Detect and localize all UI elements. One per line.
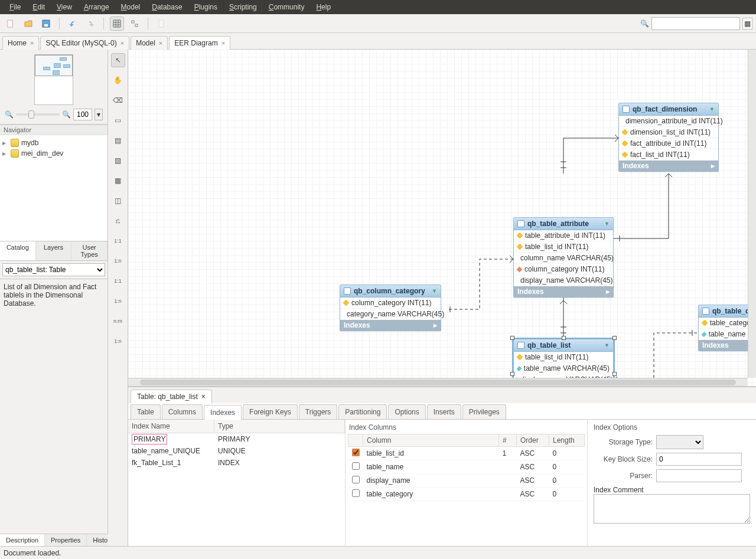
- er-indexes-bar[interactable]: Indexes▸: [514, 286, 613, 297]
- column-checkbox[interactable]: [352, 449, 360, 456]
- chevron-down-icon[interactable]: ▼: [432, 288, 437, 294]
- image-tool-icon[interactable]: ▧: [111, 153, 125, 168]
- catalog-db-item[interactable]: ▸mydb: [2, 138, 105, 148]
- catalog-tree[interactable]: ▸mydb▸mei_dim_dev: [0, 135, 107, 241]
- editor-subtab[interactable]: Privileges: [462, 404, 506, 419]
- menu-view[interactable]: View: [51, 1, 78, 14]
- er-table-qb_fact_dimension[interactable]: qb_fact_dimension▼dimension_attribute_id…: [618, 103, 719, 172]
- menu-help[interactable]: Help: [310, 1, 337, 14]
- resize-handle[interactable]: [612, 372, 617, 376]
- menu-plugins[interactable]: Plugins: [188, 1, 223, 14]
- editor-subtab[interactable]: Inserts: [427, 404, 461, 419]
- editor-subtab[interactable]: Columns: [162, 404, 203, 419]
- catalog-db-item[interactable]: ▸mei_dim_dev: [2, 148, 105, 159]
- menu-arrange[interactable]: Arrange: [78, 1, 115, 14]
- object-select[interactable]: qb_table_list: Table: [2, 263, 105, 276]
- page-icon[interactable]: [154, 17, 168, 31]
- close-icon[interactable]: ×: [221, 40, 225, 47]
- prop-tab-properties[interactable]: Properties: [45, 534, 87, 546]
- menu-scripting[interactable]: Scripting: [223, 1, 263, 14]
- rel-place-icon[interactable]: 1:n: [111, 334, 125, 348]
- parser-input[interactable]: [656, 469, 742, 482]
- editor-tab[interactable]: Table: qb_table_list×: [131, 390, 212, 403]
- menu-database[interactable]: Database: [146, 1, 188, 14]
- close-icon[interactable]: ×: [201, 393, 206, 401]
- close-icon[interactable]: ×: [120, 40, 124, 47]
- catalog-tab-layers[interactable]: Layers: [36, 241, 72, 260]
- editor-subtab[interactable]: Options: [388, 404, 425, 419]
- menu-file[interactable]: File: [4, 1, 27, 14]
- routine-tool-icon[interactable]: ⎌: [111, 214, 125, 228]
- hand-tool-icon[interactable]: ✋: [111, 73, 125, 87]
- editor-subtab[interactable]: Foreign Keys: [243, 404, 298, 419]
- save-icon[interactable]: [39, 17, 53, 31]
- er-table-header[interactable]: qb_table_attribute▼: [514, 218, 613, 230]
- open-file-icon[interactable]: [21, 17, 35, 31]
- er-table-qb_column_category[interactable]: qb_column_category▼column_category INT(1…: [340, 285, 441, 331]
- column-checkbox[interactable]: [352, 476, 360, 483]
- key-block-size-input[interactable]: [656, 453, 742, 466]
- rel-1-n-id-icon[interactable]: 1:n: [111, 294, 125, 308]
- search-input[interactable]: [651, 17, 740, 30]
- column-checkbox[interactable]: [352, 462, 360, 470]
- main-tab[interactable]: EER Diagram×: [169, 36, 230, 50]
- chevron-down-icon[interactable]: ▼: [604, 342, 610, 348]
- horizontal-scrollbar[interactable]: [128, 378, 748, 386]
- editor-subtab[interactable]: Table: [131, 404, 161, 419]
- resize-handle[interactable]: [510, 372, 514, 376]
- index-column-row[interactable]: table_categoryASC0: [348, 488, 585, 501]
- pointer-tool-icon[interactable]: ↖: [111, 53, 125, 67]
- er-indexes-bar[interactable]: Indexes▸: [340, 320, 441, 331]
- layer-tool-icon[interactable]: ▭: [111, 113, 125, 128]
- menu-community[interactable]: Community: [263, 1, 311, 14]
- er-table-header[interactable]: qb_table_list▼: [514, 339, 613, 352]
- storage-type-select[interactable]: [656, 435, 703, 449]
- close-icon[interactable]: ×: [30, 40, 34, 47]
- column-checkbox[interactable]: [352, 489, 360, 497]
- prop-tab-description[interactable]: Description: [0, 534, 45, 546]
- index-row[interactable]: table_name_UNIQUEUNIQUE: [128, 445, 345, 457]
- note-tool-icon[interactable]: ▤: [111, 133, 125, 148]
- zoom-in-icon[interactable]: 🔍: [62, 110, 71, 119]
- redo-icon[interactable]: [83, 17, 97, 31]
- er-table-header[interactable]: qb_fact_dimension▼: [619, 103, 718, 116]
- chevron-down-icon[interactable]: ▼: [709, 106, 715, 112]
- editor-subtab[interactable]: Indexes: [204, 405, 242, 420]
- resize-handle[interactable]: [510, 336, 514, 340]
- zoom-input[interactable]: [73, 109, 92, 120]
- index-comment-input[interactable]: [594, 494, 750, 524]
- index-column-row[interactable]: display_nameASC0: [348, 474, 585, 488]
- zoom-out-icon[interactable]: 🔍: [5, 110, 14, 119]
- search-icon[interactable]: 🔍: [640, 19, 649, 28]
- rel-1-n-icon[interactable]: 1:n: [111, 254, 125, 268]
- main-tab[interactable]: Model×: [131, 36, 168, 50]
- eraser-tool-icon[interactable]: ⌫: [111, 93, 125, 107]
- main-tab[interactable]: SQL Editor (MySQL-0)×: [40, 36, 129, 50]
- resize-handle[interactable]: [562, 336, 566, 340]
- menu-model[interactable]: Model: [115, 1, 146, 14]
- er-indexes-bar[interactable]: Indexes▸: [619, 161, 718, 171]
- index-row[interactable]: fk_Table_List_1INDEX: [128, 457, 345, 469]
- index-column-row[interactable]: table_nameASC0: [348, 460, 585, 474]
- chevron-down-icon[interactable]: ▼: [604, 221, 610, 227]
- main-tab[interactable]: Home×: [2, 36, 39, 50]
- editor-subtab[interactable]: Triggers: [299, 404, 338, 419]
- editor-subtab[interactable]: Partitioning: [338, 404, 387, 419]
- search-go-icon[interactable]: ▦: [742, 18, 752, 30]
- undo-icon[interactable]: [66, 17, 80, 31]
- rel-n-m-icon[interactable]: n:m: [111, 314, 125, 328]
- index-row[interactable]: PRIMARYPRIMARY: [128, 433, 345, 445]
- rel-1-1-id-icon[interactable]: 1:1: [111, 274, 125, 288]
- catalog-tab-catalog[interactable]: Catalog: [0, 241, 36, 260]
- vertical-scrollbar[interactable]: [748, 50, 756, 378]
- menu-edit[interactable]: Edit: [27, 1, 51, 14]
- rel-1-1-icon[interactable]: 1:1: [111, 234, 125, 248]
- new-file-icon[interactable]: [4, 17, 18, 31]
- diagram-canvas[interactable]: qb_fact_dimension▼dimension_attribute_id…: [128, 50, 756, 386]
- catalog-tab-usertypes[interactable]: User Types: [71, 241, 107, 260]
- zoom-slider[interactable]: [16, 113, 60, 116]
- close-icon[interactable]: ×: [159, 40, 162, 47]
- birds-eye-view[interactable]: [34, 54, 73, 105]
- index-column-row[interactable]: table_list_id1ASC0: [348, 447, 585, 460]
- table-tool-icon[interactable]: ▦: [111, 174, 125, 188]
